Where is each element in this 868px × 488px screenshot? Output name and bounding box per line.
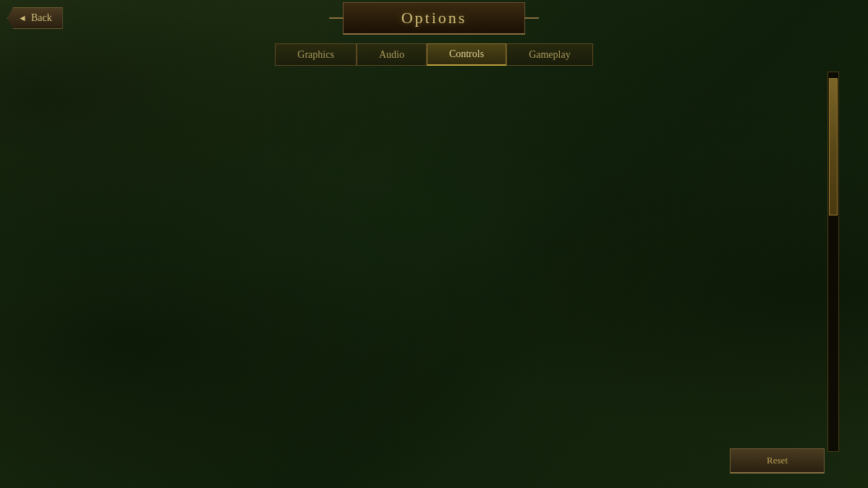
- footer: Reset: [730, 448, 825, 474]
- page-title: Options: [401, 9, 467, 27]
- tab-graphics[interactable]: Graphics: [275, 43, 357, 66]
- reset-button[interactable]: Reset: [730, 448, 825, 474]
- back-label: Back: [31, 12, 52, 24]
- scrollbar[interactable]: [827, 72, 839, 452]
- tab-controls[interactable]: Controls: [427, 43, 506, 66]
- title-bar: Options: [343, 2, 526, 35]
- scrollbar-thumb[interactable]: [829, 78, 838, 215]
- back-icon: ◄: [18, 13, 27, 24]
- tab-gameplay[interactable]: Gameplay: [506, 43, 593, 66]
- back-button[interactable]: ◄ Back: [7, 7, 63, 29]
- tab-audio[interactable]: Audio: [357, 43, 427, 66]
